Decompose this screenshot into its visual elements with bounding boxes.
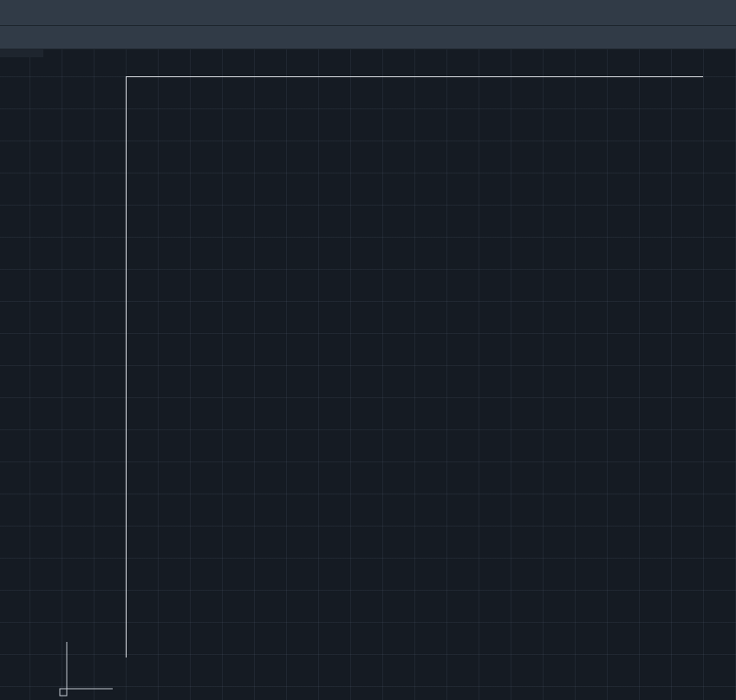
- viewport-controls: [127, 53, 133, 65]
- standard-toolbar: [0, 0, 736, 26]
- object-properties-toolbar: [0, 26, 736, 49]
- ucs-icon: [54, 628, 134, 699]
- draw-modify-toolbar: [0, 49, 43, 57]
- drawing-canvas[interactable]: [0, 49, 736, 700]
- ucs-origin-box: [60, 689, 67, 696]
- hexagram-grid: [126, 76, 703, 657]
